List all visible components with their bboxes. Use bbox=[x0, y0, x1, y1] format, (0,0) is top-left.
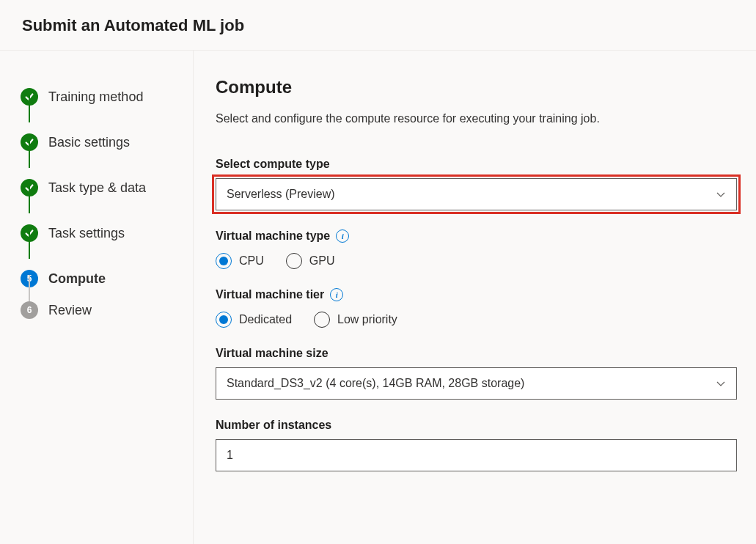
step-task-type-data[interactable]: Task type & data bbox=[21, 165, 177, 210]
chevron-down-icon bbox=[716, 378, 726, 389]
vm-type-gpu-radio[interactable]: GPU bbox=[286, 253, 335, 269]
compute-type-field: Select compute type Serverless (Preview) bbox=[216, 158, 737, 210]
instances-label: Number of instances bbox=[216, 419, 737, 432]
vm-size-select[interactable]: Standard_DS3_v2 (4 core(s), 14GB RAM, 28… bbox=[216, 367, 737, 400]
step-task-settings[interactable]: Task settings bbox=[21, 210, 177, 256]
compute-type-label: Select compute type bbox=[216, 158, 737, 171]
vm-tier-dedicated-radio[interactable]: Dedicated bbox=[216, 312, 292, 328]
info-icon[interactable]: i bbox=[330, 288, 343, 301]
instances-field: Number of instances bbox=[216, 419, 737, 471]
step-label: Task type & data bbox=[48, 180, 146, 196]
vm-size-label: Virtual machine size bbox=[216, 347, 737, 360]
vm-type-label: Virtual machine type i bbox=[216, 229, 737, 243]
main-panel: Compute Select and configure the compute… bbox=[194, 51, 756, 544]
step-training-method[interactable]: Training method bbox=[21, 74, 177, 120]
vm-size-field: Virtual machine size Standard_DS3_v2 (4 … bbox=[216, 347, 737, 400]
step-number-icon: 6 bbox=[21, 301, 38, 319]
radio-icon bbox=[286, 253, 302, 269]
step-label: Compute bbox=[48, 271, 106, 287]
radio-icon bbox=[216, 253, 232, 269]
step-list: Training method Basic settings Task type… bbox=[21, 74, 177, 325]
instances-input[interactable] bbox=[216, 439, 737, 471]
vm-type-cpu-radio[interactable]: CPU bbox=[216, 253, 264, 269]
page-title: Submit an Automated ML job bbox=[22, 16, 734, 35]
vm-tier-field: Virtual machine tier i Dedicated Low pri… bbox=[216, 288, 737, 328]
radio-label: Low priority bbox=[337, 313, 397, 326]
vm-type-field: Virtual machine type i CPU GPU bbox=[216, 229, 737, 269]
vm-tier-label: Virtual machine tier i bbox=[216, 288, 737, 301]
step-basic-settings[interactable]: Basic settings bbox=[21, 120, 177, 165]
step-label: Task settings bbox=[48, 226, 125, 241]
radio-label: GPU bbox=[309, 254, 335, 268]
section-description: Select and configure the compute resourc… bbox=[216, 112, 737, 125]
chevron-down-icon bbox=[716, 189, 726, 199]
vm-type-radio-group: CPU GPU bbox=[216, 253, 737, 269]
wizard-sidebar: Training method Basic settings Task type… bbox=[0, 51, 194, 544]
step-compute[interactable]: 5 Compute bbox=[21, 256, 177, 301]
radio-icon bbox=[216, 312, 232, 328]
radio-icon bbox=[314, 312, 330, 328]
step-label: Basic settings bbox=[48, 135, 130, 150]
content-wrapper: Training method Basic settings Task type… bbox=[0, 51, 756, 544]
step-label: Review bbox=[48, 303, 92, 318]
radio-label: Dedicated bbox=[239, 313, 292, 326]
info-icon[interactable]: i bbox=[336, 229, 349, 243]
vm-tier-radio-group: Dedicated Low priority bbox=[216, 312, 737, 328]
compute-type-select[interactable]: Serverless (Preview) bbox=[216, 178, 737, 210]
step-label: Training method bbox=[48, 89, 143, 105]
vm-tier-lowpriority-radio[interactable]: Low priority bbox=[314, 312, 397, 328]
radio-label: CPU bbox=[239, 254, 264, 268]
step-review[interactable]: 6 Review bbox=[21, 301, 177, 325]
section-title: Compute bbox=[216, 77, 737, 98]
vm-size-value: Standard_DS3_v2 (4 core(s), 14GB RAM, 28… bbox=[227, 377, 524, 390]
compute-type-value: Serverless (Preview) bbox=[227, 188, 335, 201]
page-header: Submit an Automated ML job bbox=[0, 0, 756, 51]
